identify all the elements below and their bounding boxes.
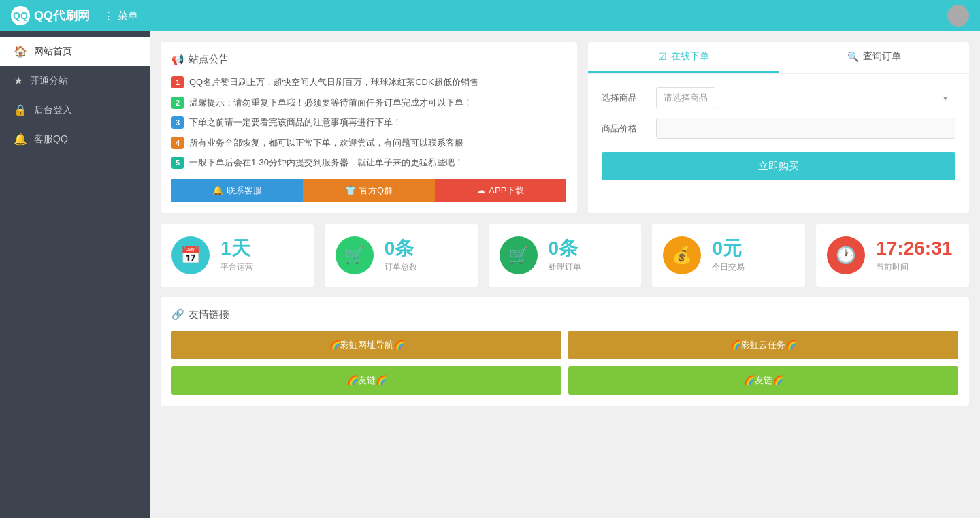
menu-label: 菜单	[118, 10, 138, 22]
sidebar: 🏠 网站首页 ★ 开通分站 🔒 后台登入 🔔 客服QQ	[0, 31, 150, 518]
platform-icon: 📅	[172, 236, 210, 274]
trade-icon: 💰	[663, 236, 701, 274]
logo: QQ QQ代刷网	[11, 6, 90, 25]
sidebar-label-backend: 后台登入	[34, 104, 72, 116]
time-number: 17:26:31	[876, 237, 952, 260]
processing-label: 处理订单	[549, 261, 581, 273]
top-panels: 📢 站点公告 1 QQ名片赞日刷上万，超快空间人气日刷百万，球球冰红茶CDK超低…	[161, 42, 969, 213]
tab-query-order[interactable]: 🔍 查询订单	[779, 42, 969, 73]
link-friend-1[interactable]: 🌈友链🌈	[172, 366, 561, 395]
links-title: 🔗 友情链接	[172, 308, 958, 321]
badge-2: 2	[172, 97, 184, 109]
logo-icon: QQ	[11, 6, 30, 25]
stat-platform: 📅 1天 平台运营	[161, 224, 314, 287]
link-friend-2[interactable]: 🌈友链🌈	[568, 366, 958, 395]
sidebar-label-home: 网站首页	[34, 46, 72, 58]
main-layout: 🏠 网站首页 ★ 开通分站 🔒 后台登入 🔔 客服QQ 📢 站点公告	[0, 31, 980, 518]
announce-item-4: 4 所有业务全部恢复，都可以正常下单，欢迎尝试，有问题可以联系客服	[172, 136, 566, 150]
product-select[interactable]: 请选择商品	[656, 87, 715, 108]
app-download-button[interactable]: ☁ APP下载	[435, 179, 566, 202]
announcement-panel: 📢 站点公告 1 QQ名片赞日刷上万，超快空间人气日刷百万，球球冰红茶CDK超低…	[161, 42, 577, 213]
sidebar-item-home[interactable]: 🏠 网站首页	[0, 37, 150, 66]
link-rainbow-cloud[interactable]: 🌈彩虹云任务🌈	[568, 331, 958, 359]
announce-text-5: 一般下单后会在1-30分钟内提交到服务器，就让单子来的更猛烈些吧！	[189, 156, 463, 169]
avatar[interactable]	[947, 5, 969, 27]
badge-1: 1	[172, 76, 184, 88]
announce-item-5: 5 一般下单后会在1-30分钟内提交到服务器，就让单子来的更猛烈些吧！	[172, 156, 566, 169]
main-content: 📢 站点公告 1 QQ名片赞日刷上万，超快空间人气日刷百万，球球冰红茶CDK超低…	[150, 31, 980, 518]
badge-3: 3	[172, 116, 184, 129]
select-label: 选择商品	[602, 92, 649, 104]
home-icon: 🏠	[14, 45, 27, 58]
bell-icon: 🔔	[14, 133, 27, 146]
trade-number: 0元	[712, 237, 745, 260]
stat-processing: 🛒 0条 处理订单	[489, 224, 642, 287]
links-section: 🔗 友情链接 🌈彩虹网址导航🌈 🌈彩虹云任务🌈 🌈友链🌈 🌈友链🌈	[161, 297, 969, 406]
star-icon: ★	[14, 74, 23, 87]
badge-4: 4	[172, 137, 184, 149]
stat-total-orders: 🛒 0条 订单总数	[325, 224, 478, 287]
link-rainbow-nav[interactable]: 🌈彩虹网址导航🌈	[172, 331, 561, 359]
announce-actions: 🔔 联系客服 👕 官方Q群 ☁ APP下载	[172, 179, 566, 202]
announce-text-3: 下单之前请一定要看完该商品的注意事项再进行下单！	[189, 116, 402, 129]
sidebar-item-substation[interactable]: ★ 开通分站	[0, 66, 150, 95]
order-form: 选择商品 请选择商品 商品价格 立即购买	[588, 74, 969, 194]
menu-dots-icon: ⋮	[103, 10, 114, 22]
sidebar-label-substation: 开通分站	[30, 75, 68, 87]
stat-current-time: 🕐 17:26:31 当前时间	[816, 224, 969, 287]
trade-label: 今日交易	[712, 261, 745, 273]
logo-text: QQ代刷网	[34, 7, 90, 24]
total-orders-label: 订单总数	[385, 261, 417, 273]
order-panel: ☑ 在线下单 🔍 查询订单 选择商品 请选择商品	[588, 42, 969, 213]
query-icon: 🔍	[847, 51, 859, 62]
lock-icon: 🔒	[14, 103, 27, 116]
clock-icon: 🕐	[827, 236, 865, 274]
tab-online-order[interactable]: ☑ 在线下单	[588, 42, 779, 73]
stat-today-trade: 💰 0元 今日交易	[652, 224, 805, 287]
platform-number: 1天	[220, 237, 253, 260]
total-orders-number: 0条	[385, 237, 417, 260]
group-icon: 👕	[345, 185, 356, 195]
product-select-wrapper: 请选择商品	[656, 87, 956, 108]
product-select-row: 选择商品 请选择商品	[602, 87, 956, 108]
total-orders-icon: 🛒	[336, 236, 374, 274]
price-label: 商品价格	[602, 123, 649, 135]
download-icon: ☁	[476, 185, 485, 195]
links-grid: 🌈彩虹网址导航🌈 🌈彩虹云任务🌈 🌈友链🌈 🌈友链🌈	[172, 331, 958, 395]
links-icon: 🔗	[172, 308, 184, 321]
order-tabs: ☑ 在线下单 🔍 查询订单	[588, 42, 969, 74]
platform-label: 平台运营	[220, 261, 253, 273]
sidebar-item-backend[interactable]: 🔒 后台登入	[0, 95, 150, 125]
menu-toggle[interactable]: ⋮ 菜单	[103, 10, 138, 22]
announce-text-2: 温馨提示：请勿重复下单哦！必须要等待前面任务订单完成才可以下单！	[189, 96, 472, 110]
processing-icon: 🛒	[500, 236, 538, 274]
price-input[interactable]	[656, 118, 956, 139]
announce-text-1: QQ名片赞日刷上万，超快空间人气日刷百万，球球冰红茶CDK超低价销售	[189, 76, 478, 89]
stats-row: 📅 1天 平台运营 🛒 0条 订单总数 🛒 0条 处理订单	[161, 224, 969, 287]
announce-item-3: 3 下单之前请一定要看完该商品的注意事项再进行下单！	[172, 116, 566, 129]
sidebar-item-service[interactable]: 🔔 客服QQ	[0, 125, 150, 154]
contact-service-button[interactable]: 🔔 联系客服	[172, 179, 303, 202]
sidebar-label-service: 客服QQ	[34, 133, 68, 146]
announcement-title: 📢 站点公告	[172, 53, 566, 66]
processing-number: 0条	[549, 237, 581, 260]
service-icon: 🔔	[212, 185, 223, 195]
announce-text-4: 所有业务全部恢复，都可以正常下单，欢迎尝试，有问题可以联系客服	[189, 136, 463, 150]
buy-button[interactable]: 立即购买	[602, 152, 956, 180]
price-row: 商品价格	[602, 118, 956, 139]
announce-item-2: 2 温馨提示：请勿重复下单哦！必须要等待前面任务订单完成才可以下单！	[172, 96, 566, 110]
official-group-button[interactable]: 👕 官方Q群	[303, 179, 434, 202]
time-label: 当前时间	[876, 261, 952, 273]
top-navbar: QQ QQ代刷网 ⋮ 菜单	[0, 0, 980, 31]
announce-item-1: 1 QQ名片赞日刷上万，超快空间人气日刷百万，球球冰红茶CDK超低价销售	[172, 76, 566, 89]
online-order-icon: ☑	[658, 51, 667, 62]
announcement-icon: 📢	[172, 54, 184, 66]
badge-5: 5	[172, 157, 184, 169]
